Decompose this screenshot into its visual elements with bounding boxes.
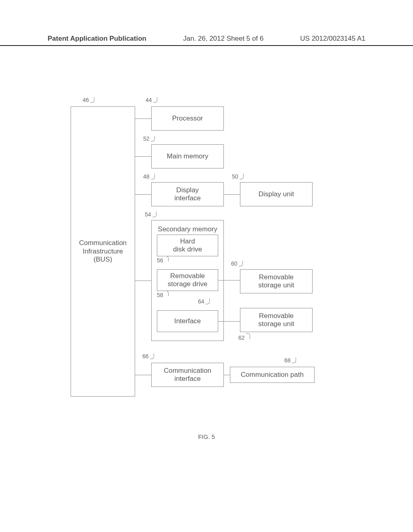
ref-56: 56 [157, 257, 169, 264]
display-unit-block: Display unit [240, 182, 313, 206]
removable-unit-2-label: Removable storage unit [259, 312, 294, 328]
hard-disk-block: Hard disk drive [157, 235, 218, 256]
ref-hook-icon [165, 256, 169, 262]
ref-66: 66 [142, 353, 154, 360]
ref-hook-icon [165, 291, 169, 296]
ref-46: 46 [83, 97, 94, 103]
connector [218, 321, 240, 322]
connector [135, 375, 151, 375]
processor-block: Processor [151, 106, 224, 131]
ref-48: 48 [143, 173, 155, 180]
removable-drive-block: Removable storage drive [157, 269, 218, 291]
connector [135, 156, 151, 157]
ref-hook-icon [90, 97, 94, 103]
comm-interface-label: Communication interface [164, 367, 211, 383]
secondary-memory-label: Secondary memory [158, 225, 217, 233]
ref-52: 52 [143, 135, 155, 142]
ref-hook-icon [151, 174, 155, 179]
header-mid: Jan. 26, 2012 Sheet 5 of 6 [183, 35, 263, 43]
processor-label: Processor [172, 114, 203, 123]
ref-64: 64 [198, 298, 210, 305]
removable-drive-label: Removable storage drive [168, 272, 207, 289]
ref-hook-icon [292, 357, 296, 363]
main-memory-label: Main memory [167, 152, 209, 160]
comm-path-block: Communication path [230, 367, 315, 383]
bus-block: Communication Infrastructure (BUS) [71, 106, 135, 397]
header-left: Patent Application Publication [48, 35, 146, 43]
page-header: Patent Application Publication Jan. 26, … [0, 35, 413, 46]
ref-hook-icon [246, 333, 250, 339]
connector [135, 194, 151, 195]
display-unit-label: Display unit [259, 190, 294, 198]
figure-caption: FIG. 5 [0, 433, 413, 440]
ref-62: 62 [238, 335, 250, 341]
connector [135, 118, 151, 119]
ref-hook-icon [206, 299, 210, 304]
ref-50: 50 [232, 173, 244, 180]
ref-hook-icon [150, 353, 154, 359]
ref-hook-icon [153, 97, 157, 103]
removable-unit-1-block: Removable storage unit [240, 269, 313, 293]
ref-44: 44 [146, 97, 157, 103]
display-interface-block: Display interface [151, 182, 224, 206]
connector [224, 194, 240, 195]
ref-hook-icon [240, 174, 244, 179]
ref-68: 68 [284, 357, 296, 364]
ref-60: 60 [231, 260, 243, 267]
interface-block: Interface [157, 310, 218, 332]
ref-hook-icon [152, 212, 156, 217]
connector [218, 280, 240, 281]
interface-label: Interface [174, 317, 201, 325]
display-interface-label: Display interface [174, 186, 200, 203]
ref-54: 54 [145, 211, 156, 218]
ref-58: 58 [157, 292, 169, 298]
main-memory-block: Main memory [151, 144, 224, 168]
ref-hook-icon [151, 136, 155, 141]
comm-interface-block: Communication interface [151, 363, 224, 387]
hard-disk-label: Hard disk drive [173, 237, 202, 254]
block-diagram: Communication Infrastructure (BUS) Proce… [71, 97, 345, 411]
header-right: US 2012/0023145 A1 [300, 35, 365, 43]
removable-unit-2-block: Removable storage unit [240, 308, 313, 332]
connector [224, 375, 230, 375]
connector [135, 281, 151, 281]
removable-unit-1-label: Removable storage unit [259, 273, 294, 290]
comm-path-label: Communication path [241, 371, 304, 379]
bus-label: Communication Infrastructure (BUS) [79, 239, 127, 264]
ref-hook-icon [239, 261, 243, 266]
